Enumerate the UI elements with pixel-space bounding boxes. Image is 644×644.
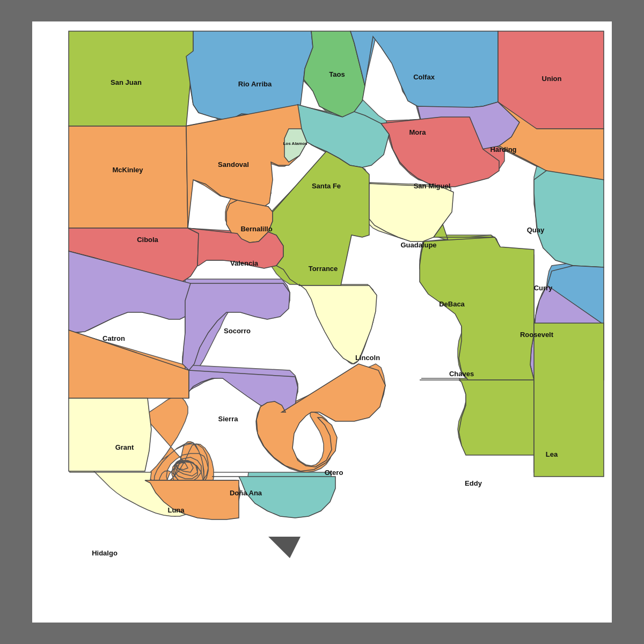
county-valencia-path[interactable] [188, 228, 283, 268]
map-container: San Juan Rio Arriba Taos Colfax Union Mc… [32, 21, 612, 623]
county-torrance-path[interactable] [268, 151, 369, 286]
county-lea-path[interactable] [534, 323, 604, 477]
label-catron: Catron [103, 334, 125, 342]
county-mckinley-path[interactable] [69, 126, 188, 228]
label-sierra: Sierra [218, 415, 239, 423]
label-hidalgo: Hidalgo [92, 549, 118, 557]
county-grant-path[interactable] [69, 330, 189, 398]
county-lincoln-path[interactable] [299, 284, 377, 364]
county-quay-path[interactable] [534, 171, 604, 267]
county-eddy-path[interactable] [420, 380, 534, 455]
county-hidalgo-path[interactable] [69, 398, 151, 471]
county-chaves-path[interactable] [420, 237, 534, 380]
label-socorro: Socorro [224, 327, 251, 335]
label-eddy: Eddy [465, 479, 482, 487]
county-san-juan-path[interactable] [69, 31, 193, 126]
